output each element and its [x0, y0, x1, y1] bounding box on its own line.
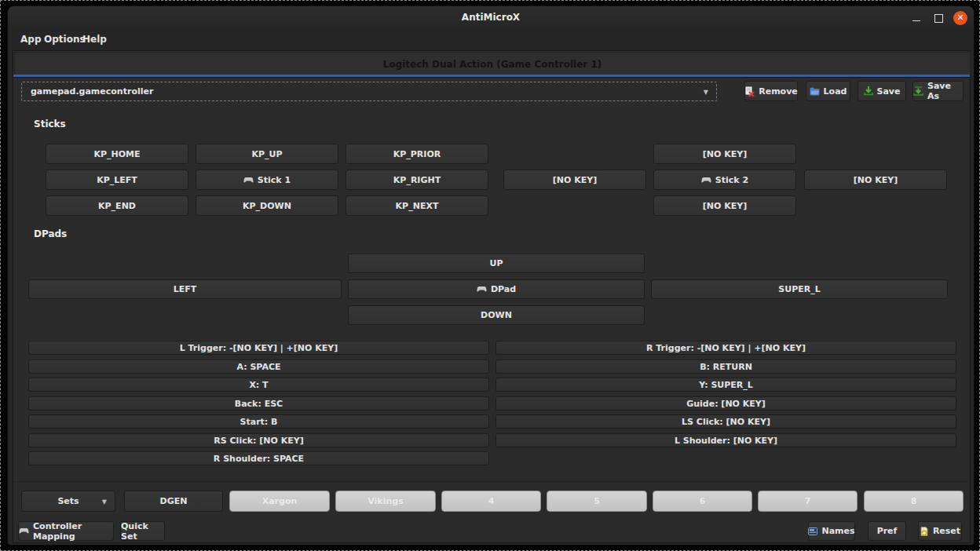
gamepad-icon [477, 286, 487, 293]
stick1-button[interactable]: Stick 1 [196, 170, 338, 190]
dpad-right-button[interactable]: SUPER_L [651, 279, 948, 299]
dpad-button[interactable]: DPad [348, 279, 645, 299]
stick2-up-button[interactable]: [NO KEY] [653, 144, 796, 164]
screenshot: AntiMicroX ✕ App Options Help Logitech D… [0, 0, 980, 551]
stick2-left-button[interactable]: [NO KEY] [503, 170, 646, 190]
stick1-down-right-button[interactable]: KP_NEXT [346, 195, 488, 216]
set-tab-4[interactable]: 4 [441, 491, 541, 512]
names-button[interactable]: Names [808, 521, 855, 541]
dpad-left-button[interactable]: LEFT [28, 279, 342, 299]
sets-dropdown-label: Sets [57, 496, 79, 506]
set-tab-6[interactable]: 6 [653, 491, 752, 512]
a-button[interactable]: A: SPACE [28, 359, 489, 374]
save-icon [864, 86, 873, 96]
chevron-down-icon: ▼ [704, 88, 708, 95]
b-button[interactable]: B: RETURN [495, 359, 956, 374]
stick1-up-button[interactable]: KP_UP [196, 144, 338, 164]
start-button[interactable]: Start: B [28, 414, 489, 429]
reset-button[interactable]: Reset [918, 521, 962, 541]
set-tab-7[interactable]: 7 [758, 491, 858, 512]
stick1-down-button[interactable]: KP_DOWN [196, 195, 338, 216]
set-tab-8[interactable]: 8 [864, 491, 964, 512]
r-shoulder-button[interactable]: R Shoulder: SPACE [28, 451, 489, 465]
antimicrox-window: AntiMicroX ✕ App Options Help Logitech D… [7, 5, 975, 546]
title-bar[interactable]: AntiMicroX ✕ [8, 6, 974, 30]
quick-set-button[interactable]: Quick Set [120, 521, 165, 541]
save-as-button[interactable]: Save As [912, 81, 964, 101]
profile-select[interactable]: gamepad.gamecontroller ▼ [21, 82, 717, 101]
l-shoulder-button[interactable]: L Shoulder: [NO KEY] [495, 433, 956, 447]
set-tab-3[interactable]: Vikings [335, 491, 436, 512]
set-tab-5[interactable]: 5 [547, 491, 647, 512]
x-button[interactable]: X: T [28, 378, 489, 392]
set-tab-1-active[interactable]: DGEN [124, 491, 223, 512]
remove-button[interactable]: Remove [744, 81, 798, 101]
stick2-right-button[interactable]: [NO KEY] [804, 170, 947, 190]
load-button[interactable]: Load [806, 81, 850, 101]
sets-divider [14, 481, 969, 482]
y-button[interactable]: Y: SUPER_L [495, 378, 956, 392]
stick2-button[interactable]: Stick 2 [653, 170, 796, 190]
maximize-button[interactable] [931, 11, 945, 25]
controller-tab[interactable]: Logitech Dual Action (Game Controller 1) [14, 52, 971, 75]
close-button[interactable]: ✕ [953, 11, 967, 25]
r-trigger-button[interactable]: R Trigger: -[NO KEY] | +[NO KEY] [495, 341, 956, 355]
gamepad-icon [701, 177, 711, 184]
maximize-icon [934, 14, 943, 23]
profile-select-value: gamepad.gamecontroller [31, 86, 153, 97]
menu-bar: App Options Help [8, 30, 974, 49]
dpads-heading: DPads [34, 228, 67, 239]
pref-button[interactable]: Pref [868, 521, 906, 541]
rs-click-button[interactable]: RS Click: [NO KEY] [28, 433, 489, 447]
controller-tab-label: Logitech Dual Action (Game Controller 1) [15, 59, 970, 70]
gamepad-icon [19, 527, 29, 535]
save-button[interactable]: Save [858, 81, 906, 101]
folder-open-icon [810, 87, 820, 96]
main-frame: Logitech Dual Action (Game Controller 1)… [13, 50, 971, 543]
stick1-up-left-button[interactable]: KP_HOME [46, 144, 188, 164]
stick2-down-button[interactable]: [NO KEY] [653, 195, 796, 216]
l-trigger-button[interactable]: L Trigger: -[NO KEY] | +[NO KEY] [28, 341, 489, 355]
chevron-down-icon: ▼ [102, 498, 107, 505]
close-icon: ✕ [956, 11, 964, 25]
sticks-heading: Sticks [34, 119, 66, 130]
remove-profile-icon [744, 86, 755, 97]
stick1-up-right-button[interactable]: KP_PRIOR [346, 144, 488, 164]
reset-icon [920, 527, 929, 536]
set-tab-2[interactable]: Xargon [229, 491, 330, 512]
controller-mapping-button[interactable]: Controller Mapping [18, 521, 114, 541]
back-button[interactable]: Back: ESC [28, 396, 489, 411]
stick1-left-button[interactable]: KP_LEFT [46, 170, 188, 190]
gamepad-icon [243, 177, 254, 184]
stick1-right-button[interactable]: KP_RIGHT [346, 170, 488, 190]
ls-click-button[interactable]: LS Click: [NO KEY] [495, 414, 956, 429]
save-as-icon [913, 86, 923, 96]
guide-button[interactable]: Guide: [NO KEY] [495, 396, 956, 411]
menu-help[interactable]: Help [79, 33, 110, 46]
sets-dropdown[interactable]: Sets ▼ [21, 491, 115, 512]
window-title: AntiMicroX [8, 12, 974, 23]
names-icon [808, 527, 817, 535]
minimize-button[interactable] [909, 11, 923, 25]
stick1-down-left-button[interactable]: KP_END [46, 195, 188, 216]
minimize-icon [912, 20, 920, 21]
dpad-up-button[interactable]: UP [348, 254, 645, 273]
dpad-down-button[interactable]: DOWN [348, 305, 645, 325]
